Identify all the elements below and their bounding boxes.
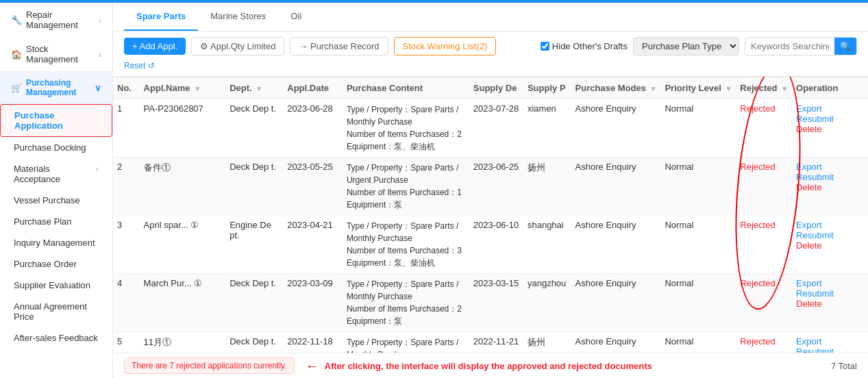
purchase-record-button[interactable]: → Purchase Record [290,37,388,55]
tab-marine-stores-label: Marine Stores [210,11,266,21]
tabs: Spare Parts Marine Stores Oil [113,3,868,32]
th-purchase-modes[interactable]: Purchase Modes ▼ [571,77,661,99]
cell-appl-date: 2023-05-25 [283,158,343,216]
purchase-record-label: → Purchase Record [299,41,379,51]
sidebar-item-repair-management[interactable]: 🔧 Repair Management › [0,3,112,37]
reset-link[interactable]: Reset ↺ [124,61,155,71]
export-link[interactable]: Export [796,162,822,172]
sidebar-sub-purchase-application[interactable]: Purchase Application [0,104,112,137]
sort-dept-icon: ▼ [256,85,262,92]
cell-rejected: Rejected [736,158,792,216]
plan-type-select-group: Purchase Plan Type [633,37,739,55]
export-link[interactable]: Export [796,336,822,346]
resubmit-link[interactable]: Resubmit [796,172,834,182]
cell-supply-p: 扬州 [523,332,571,353]
cell-no: 1 [113,99,140,158]
sidebar-sub-purchase-docking[interactable]: Purchase Docking [0,137,112,158]
cell-priority: Normal [660,99,736,158]
appl-qty-button[interactable]: ⚙ Appl.Qty Limited [191,37,284,55]
stock-warning-button[interactable]: Stock Warning List(2) [394,37,497,55]
toolbar: + Add Appl. ⚙ Appl.Qty Limited → Purchas… [113,32,868,77]
sidebar-sub-after-sales[interactable]: After-sales Feedback [0,327,112,349]
delete-link[interactable]: Delete [796,182,822,192]
export-link[interactable]: Export [796,103,822,114]
th-dept[interactable]: Dept. ▼ [225,77,283,99]
cell-no: 4 [113,274,140,332]
sidebar-sub-purchase-order[interactable]: Purchase Order [0,253,112,275]
sidebar-item-purchasing-management[interactable]: 🛒 Purchasing Management ∨ [0,71,112,104]
cell-supply-p: 扬州 [523,158,571,216]
table-row: 4 March Pur... ① Deck Dep t. 2023-03-09 … [113,274,868,332]
resubmit-link[interactable]: Resubmit [796,288,834,299]
cell-empty [213,274,225,332]
sidebar-item-stock-management[interactable]: 🏠 Stock Management › [0,37,112,71]
chevron-right-icon2: › [99,49,101,60]
sidebar-label-purchase-plan: Purchase Plan [14,216,72,227]
cell-operation: Export Resubmit Delete [792,332,868,353]
sidebar-sub-materials-acceptance[interactable]: Materials Acceptance › [0,158,112,190]
cell-rejected: Rejected [736,216,792,274]
cell-appl-name: April spar... ① [140,216,213,274]
th-no: No. [113,77,140,99]
cell-priority: Normal [660,158,736,216]
th-supply-p: Supply P [523,77,571,99]
sidebar-sub-supplier-evaluation[interactable]: Supplier Evaluation [0,275,112,296]
cell-purchase-modes: Ashore Enquiry [571,216,661,274]
sidebar-sub-purchase-plan[interactable]: Purchase Plan [0,211,112,232]
cell-empty [213,332,225,353]
sidebar-label-supplier: Supplier Evaluation [14,280,90,290]
sidebar-sub-inquiry-management[interactable]: Inquiry Management [0,232,112,253]
th-appl-name[interactable]: Appl.Name ▼ [140,77,213,99]
delete-link[interactable]: Delete [796,124,822,134]
table-row: 2 备件① Deck Dep t. 2023-05-25 Type / Prop… [113,158,868,216]
resubmit-link[interactable]: Resubmit [796,230,834,240]
hide-drafts-checkbox[interactable] [541,42,549,51]
tab-spare-parts[interactable]: Spare Parts [124,3,198,31]
sidebar-label-repair: Repair Management [26,10,99,30]
cell-supply-de: 2023-07-28 [469,99,523,158]
cell-operation: Export Resubmit Delete [792,99,868,158]
export-link[interactable]: Export [796,220,822,230]
search-button[interactable]: 🔍 [834,38,856,55]
cell-dept: Engine De pt. [225,216,283,274]
cell-content: Type / Property：Spare Parts / Monthly Pu… [343,332,469,353]
sidebar-label-inquiry: Inquiry Management [14,238,95,248]
sidebar-sub-vessel-purchase[interactable]: Vessel Purchase [0,190,112,211]
data-table: No. Appl.Name ▼ Dept. ▼ Appl.Date Purcha… [113,77,868,353]
cart-icon: 🛒 [11,83,22,93]
sidebar-label-stock: Stock Management [26,44,99,64]
resubmit-link[interactable]: Resubmit [796,114,834,124]
hide-drafts-checkbox-label[interactable]: Hide Other's Drafts [541,41,628,51]
stock-icon: 🏠 [11,49,22,60]
delete-link[interactable]: Delete [796,299,822,309]
sidebar-label-purchase-docking: Purchase Docking [14,142,86,153]
cell-no: 5 [113,332,140,353]
sidebar-label-vessel: Vessel Purchase [14,195,80,205]
appl-qty-label: ⚙ Appl.Qty Limited [200,41,275,51]
add-appl-button[interactable]: + Add Appl. [124,38,186,55]
sidebar-label-annual: Annual Agreement Price [14,301,87,322]
cell-supply-de: 2023-03-15 [469,274,523,332]
plan-type-select[interactable]: Purchase Plan Type [633,37,739,55]
tab-marine-stores[interactable]: Marine Stores [198,3,278,31]
table-row: 3 April spar... ① Engine De pt. 2023-04-… [113,216,868,274]
cell-content: Type / Property：Spare Parts / Monthly Pu… [343,274,469,332]
bottom-bar: There are 7 rejected applications curren… [113,353,868,378]
cell-appl-name: PA-P23062807 [140,99,213,158]
sidebar: 🔧 Repair Management › 🏠 Stock Management… [0,3,113,378]
cell-rejected: Rejected [736,332,792,353]
table-row: 1 PA-P23062807 Deck Dep t. 2023-06-28 Ty… [113,99,868,158]
th-priority[interactable]: Priority Level ▼ [660,77,736,99]
cell-content: Type / Property：Spare Parts / Urgent Pur… [343,158,469,216]
tab-oil[interactable]: Oil [278,3,314,31]
export-link[interactable]: Export [796,278,822,288]
sidebar-label-aftersales: After-sales Feedback [14,333,98,343]
cell-rejected: Rejected [736,99,792,158]
sidebar-sub-annual-agreement[interactable]: Annual Agreement Price [0,296,112,327]
th-rejected[interactable]: Rejected ▼ [736,77,792,99]
hide-drafts-text: Hide Other's Drafts [552,41,628,51]
delete-link[interactable]: Delete [796,240,822,251]
search-input[interactable] [745,38,834,54]
resubmit-link[interactable]: Resubmit [796,346,834,353]
cell-content: Type / Property：Spare Parts / Monthly Pu… [343,99,469,158]
